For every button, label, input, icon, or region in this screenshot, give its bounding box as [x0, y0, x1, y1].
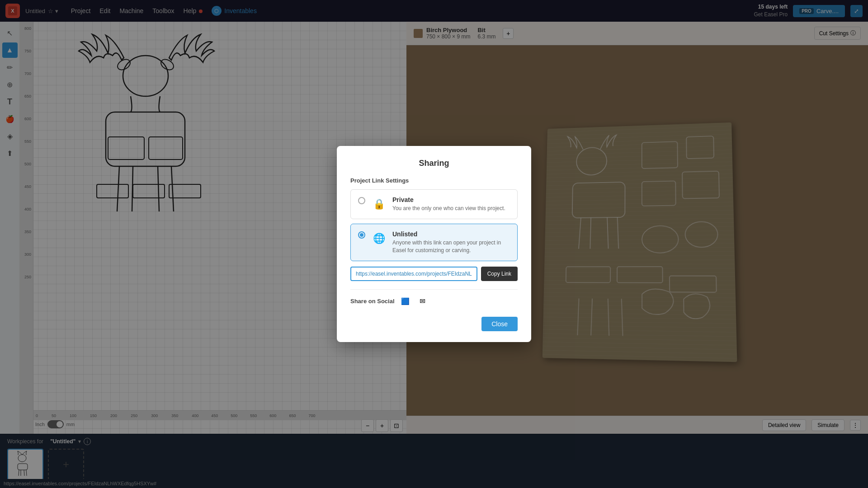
- email-icon[interactable]: ✉: [416, 295, 429, 308]
- unlisted-radio[interactable]: [358, 231, 365, 239]
- section-label: Project Link Settings: [350, 177, 518, 184]
- facebook-icon[interactable]: 🟦: [399, 295, 412, 308]
- unlisted-option[interactable]: 🌐 Unlisted Anyone with this link can ope…: [350, 224, 518, 261]
- unlisted-title: Unlisted: [392, 230, 510, 238]
- private-option[interactable]: 🔒 Private You are the only one who can v…: [350, 189, 518, 219]
- sharing-modal: Sharing Project Link Settings 🔒 Private …: [337, 146, 531, 342]
- unlisted-desc: Anyone with this link can open your proj…: [392, 239, 510, 254]
- modal-title: Sharing: [350, 159, 518, 168]
- modal-overlay[interactable]: Sharing Project Link Settings 🔒 Private …: [0, 0, 868, 488]
- copy-link-btn[interactable]: Copy Link: [481, 267, 518, 281]
- private-desc: You are the only one who can view this p…: [392, 205, 505, 212]
- share-social: Share on Social 🟦 ✉: [350, 295, 518, 308]
- globe-icon: 🌐: [371, 230, 387, 247]
- private-radio[interactable]: [358, 197, 365, 204]
- close-button[interactable]: Close: [481, 317, 518, 331]
- private-title: Private: [392, 196, 505, 203]
- link-input[interactable]: [350, 267, 477, 281]
- modal-footer: Close: [350, 317, 518, 331]
- divider: [350, 289, 518, 290]
- link-input-row: Copy Link: [350, 267, 518, 281]
- lock-icon: 🔒: [371, 196, 387, 212]
